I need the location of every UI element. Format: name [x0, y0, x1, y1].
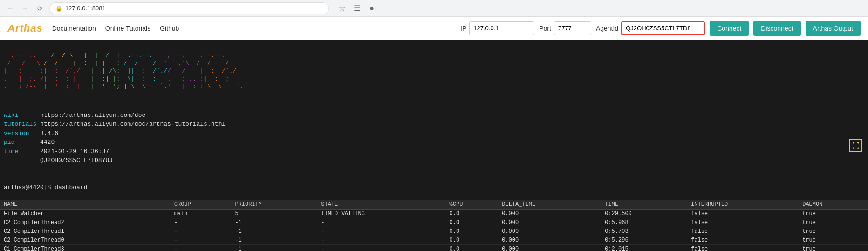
app-logo: Arthas [7, 22, 43, 34]
url-display: 127.0.0.1:8081 [65, 5, 106, 12]
cell-delta: 0.000 [498, 210, 601, 218]
cell-group: - [171, 236, 232, 245]
cell-interrupted: false [687, 236, 799, 245]
cell-cpu: 0.0 [446, 227, 499, 236]
cell-name: File Watcher [0, 210, 171, 218]
app-header: Arthas Documentation Online Tutorials Gi… [0, 17, 868, 40]
cell-priority: 5 [231, 210, 317, 218]
col-cpu: %CPU [446, 200, 499, 210]
profile-button[interactable]: ● [366, 3, 377, 14]
col-time: TIME [601, 200, 687, 210]
terminal-prompt: arthas@4420]$ dashboard [0, 175, 868, 200]
cell-daemon: true [799, 218, 868, 227]
col-daemon: DAEMON [799, 200, 868, 210]
cell-group: - [171, 245, 232, 251]
cell-priority: -1 [231, 245, 317, 251]
cell-time: 0:5.968 [601, 218, 687, 227]
port-field-group: Port [539, 21, 591, 35]
cell-state: - [317, 218, 445, 227]
cell-cpu: 0.0 [446, 245, 499, 251]
cell-interrupted: false [687, 227, 799, 236]
nav-documentation[interactable]: Documentation [52, 25, 96, 32]
cell-name: C2 CompilerThread1 [0, 227, 171, 236]
cell-time: 0:5.703 [601, 227, 687, 236]
port-label: Port [539, 25, 551, 32]
cell-interrupted: false [687, 245, 799, 251]
disconnect-button[interactable]: Disconnect [753, 21, 800, 36]
cell-priority: -1 [231, 227, 317, 236]
cell-name: C2 CompilerThread2 [0, 218, 171, 227]
back-button[interactable]: ← [5, 3, 16, 14]
nav-links: Documentation Online Tutorials Github [52, 25, 179, 32]
cell-group: - [171, 218, 232, 227]
col-group: GROUP [171, 200, 232, 210]
cell-state: - [317, 227, 445, 236]
port-input[interactable] [554, 21, 591, 35]
cell-delta: 0.000 [498, 218, 601, 227]
cell-daemon: true [799, 245, 868, 251]
arthas-output-button[interactable]: Arthas Output [806, 21, 861, 36]
extensions-button[interactable]: ☰ [351, 3, 362, 14]
cell-name: C2 CompilerThread0 [0, 236, 171, 245]
table-row: C2 CompilerThread0 - -1 - 0.0 0.000 0:5.… [0, 236, 868, 245]
cell-interrupted: false [687, 210, 799, 218]
agent-id-input[interactable] [621, 21, 705, 35]
fullscreen-button[interactable] [849, 139, 862, 152]
ip-field-group: IP [460, 21, 534, 35]
bookmark-star-button[interactable]: ☆ [336, 3, 348, 14]
agent-id-field-group: AgentId [596, 21, 705, 35]
cell-group: - [171, 227, 232, 236]
cell-time: 0:5.296 [601, 236, 687, 245]
cell-cpu: 0.0 [446, 218, 499, 227]
cell-interrupted: false [687, 218, 799, 227]
cell-name: C1 CompilerThread3 [0, 245, 171, 251]
ip-label: IP [460, 25, 466, 32]
cell-delta: 0.000 [498, 236, 601, 245]
table-row: C2 CompilerThread1 - -1 - 0.0 0.000 0:5.… [0, 227, 868, 236]
browser-bar: ← → ⟳ 🔒 127.0.0.1:8081 ☆ ☰ ● [0, 0, 868, 17]
cell-delta: 0.000 [498, 245, 601, 251]
cell-delta: 0.000 [498, 227, 601, 236]
agent-id-label: AgentId [596, 25, 618, 32]
ip-input[interactable] [469, 21, 534, 35]
cell-time: 0:29.500 [601, 210, 687, 218]
cell-state: TIMED_WAITING [317, 210, 445, 218]
cell-group: main [171, 210, 232, 218]
cell-state: - [317, 236, 445, 245]
cell-daemon: true [799, 210, 868, 218]
cell-priority: -1 [231, 236, 317, 245]
ascii-art: ,----.. / / \ | | / | .--.--. ,---. .--.… [0, 42, 868, 101]
cell-daemon: true [799, 227, 868, 236]
cell-time: 0:2.015 [601, 245, 687, 251]
cell-cpu: 0.0 [446, 210, 499, 218]
table-row: File Watcher main 5 TIMED_WAITING 0.0 0.… [0, 210, 868, 218]
col-state: STATE [317, 200, 445, 210]
cell-cpu: 0.0 [446, 236, 499, 245]
table-row: C2 CompilerThread2 - -1 - 0.0 0.000 0:5.… [0, 218, 868, 227]
table-row: C1 CompilerThread3 - -1 - 0.0 0.000 0:2.… [0, 245, 868, 251]
terminal[interactable]: ,----.. / / \ | | / | .--.--. ,---. .--.… [0, 40, 868, 251]
address-bar[interactable]: 🔒 127.0.0.1:8081 [49, 2, 329, 14]
cell-priority: -1 [231, 218, 317, 227]
refresh-button[interactable]: ⟳ [34, 3, 46, 14]
header-controls: IP Port AgentId Connect Disconnect Artha… [460, 21, 861, 36]
connect-button[interactable]: Connect [710, 21, 749, 36]
table-header: NAME GROUP PRIORITY STATE %CPU DELTA_TIM… [0, 200, 868, 210]
dashboard-table: NAME GROUP PRIORITY STATE %CPU DELTA_TIM… [0, 200, 868, 251]
col-delta: DELTA_TIME [498, 200, 601, 210]
cell-daemon: true [799, 236, 868, 245]
info-section: wiki https://arthas.aliyun.com/doc tutor… [0, 101, 868, 175]
nav-online-tutorials[interactable]: Online Tutorials [105, 25, 150, 32]
browser-icons: ☆ ☰ ● [336, 3, 377, 14]
col-interrupted: INTERRUPTED [687, 200, 799, 210]
forward-button[interactable]: → [20, 3, 31, 14]
nav-github[interactable]: Github [160, 25, 179, 32]
cell-state: - [317, 245, 445, 251]
lock-icon: 🔒 [55, 5, 62, 12]
col-priority: PRIORITY [231, 200, 317, 210]
table-body: File Watcher main 5 TIMED_WAITING 0.0 0.… [0, 210, 868, 251]
col-name: NAME [0, 200, 171, 210]
